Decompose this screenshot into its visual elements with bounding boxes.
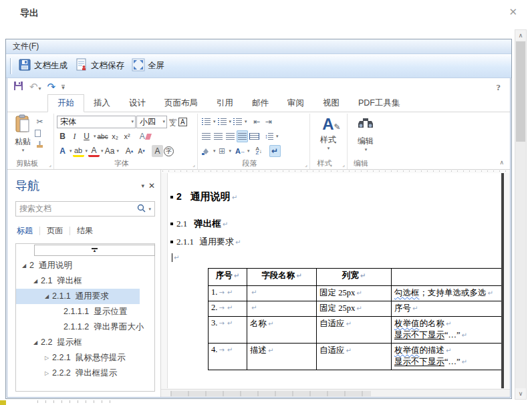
ribbon-tab-开始[interactable]: 开始: [47, 94, 84, 112]
expanded-arrow-icon[interactable]: ◢: [30, 278, 41, 284]
font-size-dropdown-icon[interactable]: ▾: [160, 119, 165, 124]
doc-generate-button[interactable]: 文档生成: [15, 57, 72, 75]
borders-icon[interactable]: ⊞: [217, 145, 228, 157]
ribbon-tab-邮件[interactable]: 邮件: [243, 95, 278, 112]
show-hide-marks-icon[interactable]: ↵: [269, 145, 281, 157]
increase-indent-icon[interactable]: ⇥: [263, 116, 275, 128]
cut-icon[interactable]: ✂: [34, 116, 45, 128]
shrink-font-button[interactable]: A▾: [136, 145, 147, 157]
clipboard-launcher-icon[interactable]: ⌟: [49, 162, 51, 168]
customize-qat-icon[interactable]: ▾: [61, 85, 65, 90]
align-center-icon[interactable]: [213, 130, 224, 142]
change-case-button[interactable]: Aa: [104, 145, 116, 157]
ribbon-tab-视图[interactable]: 视图: [313, 95, 349, 112]
tree-item[interactable]: 2.1.1.2 弹出界面大小: [16, 319, 140, 335]
multilevel-list-icon[interactable]: [232, 116, 243, 128]
paste-dropdown-icon[interactable]: ▾: [22, 148, 25, 153]
tree-item[interactable]: ◢2.1.1 通用要求: [16, 289, 140, 304]
ribbon-tab-插入[interactable]: 插入: [84, 95, 120, 112]
search-dropdown-icon[interactable]: ▾: [148, 207, 151, 212]
styles-button[interactable]: A ✎ 样式 ▾: [313, 114, 344, 151]
collapsed-arrow-icon[interactable]: ▷: [41, 355, 52, 361]
doc-table[interactable]: 序号↵字段名称↵列宽↵说明↵1.→↵↵固定 25px↵勾选框；支持单选或多选↵2…: [208, 268, 504, 370]
line-spacing-icon[interactable]: ↕: [263, 130, 275, 142]
ribbon-tab-页面布局[interactable]: 页面布局: [155, 95, 207, 112]
scroll-up-icon[interactable]: ∧: [515, 30, 526, 41]
strikethrough-button[interactable]: abc: [97, 130, 109, 142]
scroll-down-icon[interactable]: ∨: [515, 388, 526, 399]
collapse-ribbon-icon[interactable]: ∧: [499, 159, 504, 166]
sort-icon[interactable]: AZ ↓: [253, 145, 265, 157]
tree-item[interactable]: ▷2.2.2 弹出框提示: [16, 366, 140, 381]
font-color-button[interactable]: A: [88, 145, 100, 157]
file-menu[interactable]: 文件(F): [6, 39, 511, 54]
ribbon-tab-审阅[interactable]: 审阅: [278, 95, 313, 112]
undo-icon[interactable]: ↶▾: [29, 81, 41, 93]
underline-dropdown-icon[interactable]: ▾: [94, 134, 96, 139]
document-page[interactable]: 2通用说明↵2.1弹出框↵2.1.1通用要求↵↵序号↵字段名称↵列宽↵说明↵1.…: [167, 173, 504, 388]
asian-layout-icon[interactable]: A↔: [235, 145, 246, 157]
search-box[interactable]: 搜索文档 ▾: [15, 201, 155, 217]
editing-button[interactable]: 编辑 ▾: [350, 114, 381, 152]
styles-dropdown-icon[interactable]: ▾: [327, 146, 330, 151]
grow-font-button[interactable]: A▴: [124, 145, 135, 157]
ribbon-tab-PDF工具集[interactable]: PDF工具集: [349, 95, 410, 112]
bullet-list-icon[interactable]: [201, 116, 212, 128]
nav-tab-标题[interactable]: 标题: [15, 225, 39, 237]
styles-launcher-icon[interactable]: ⌟: [342, 162, 345, 168]
scrollbar-thumb[interactable]: [516, 41, 525, 142]
text-effects-button[interactable]: A: [57, 145, 68, 157]
align-left-icon[interactable]: [201, 130, 212, 142]
copy-icon[interactable]: [35, 130, 41, 137]
tree-item[interactable]: ◢2.1 弹出框: [16, 273, 140, 289]
outer-vertical-scrollbar[interactable]: ∧ ∨: [515, 29, 527, 400]
bold-button[interactable]: B: [57, 130, 68, 142]
editing-dropdown-icon[interactable]: ▾: [365, 147, 368, 152]
paragraph-launcher-icon[interactable]: ⌟: [305, 162, 307, 168]
italic-button[interactable]: I: [69, 130, 80, 142]
font-size-combo[interactable]: 小四 ▾: [136, 116, 167, 128]
scroll-to-top-button[interactable]: ▲: [34, 245, 155, 256]
character-border-icon[interactable]: A: [178, 118, 187, 126]
ribbon-tab-设计[interactable]: 设计: [120, 95, 155, 112]
numbered-list-icon[interactable]: [217, 116, 228, 128]
nav-tab-结果[interactable]: 结果: [70, 225, 100, 237]
underline-button[interactable]: U: [81, 130, 92, 142]
qat-save-icon[interactable]: [13, 81, 23, 94]
clear-format-icon[interactable]: A: [139, 130, 152, 142]
redo-icon[interactable]: ↷: [47, 81, 56, 93]
tree-item[interactable]: ◢2 通用说明: [16, 258, 140, 273]
font-name-dropdown-icon[interactable]: ▾: [128, 119, 134, 124]
tree-item[interactable]: ▷2.2.1 鼠标悬停提示: [16, 350, 140, 366]
character-shading-button[interactable]: A: [152, 145, 163, 157]
shading-bucket-icon[interactable]: [201, 145, 212, 157]
distribute-icon[interactable]: [249, 130, 260, 142]
expanded-arrow-icon[interactable]: ◢: [19, 263, 29, 269]
superscript-button[interactable]: x²: [122, 130, 133, 142]
tree-item[interactable]: ◢2.2 提示框: [16, 335, 140, 350]
hscroll-thumb[interactable]: [170, 391, 371, 396]
format-painter-icon[interactable]: [34, 138, 45, 150]
tree-item[interactable]: 2.1.1.1 显示位置: [16, 304, 140, 319]
nav-tab-页面[interactable]: 页面: [40, 225, 70, 237]
expanded-arrow-icon[interactable]: ◢: [41, 293, 52, 299]
highlight-color-button[interactable]: ab: [73, 145, 84, 157]
paste-button[interactable]: 粘贴 ▾: [11, 114, 34, 153]
doc-save-button[interactable]: 文档保存: [72, 57, 129, 75]
help-icon[interactable]: ?: [497, 82, 501, 93]
nav-close-icon[interactable]: ✕: [148, 181, 155, 190]
decrease-indent-icon[interactable]: ⇤: [251, 116, 263, 128]
subscript-button[interactable]: x₂: [110, 130, 121, 142]
document-hscrollbar[interactable]: [161, 389, 510, 397]
collapsed-arrow-icon[interactable]: ▷: [41, 370, 52, 376]
ribbon-tab-引用[interactable]: 引用: [207, 95, 243, 112]
font-name-combo[interactable]: 宋体 ▾: [57, 116, 136, 128]
enclose-characters-button[interactable]: 字: [164, 146, 174, 156]
justify-icon[interactable]: [237, 130, 248, 142]
dialog-close-icon[interactable]: ✕: [509, 6, 517, 18]
phonetic-guide-icon[interactable]: wén 文: [168, 118, 178, 126]
expanded-arrow-icon[interactable]: ◢: [30, 340, 41, 346]
font-launcher-icon[interactable]: ⌟: [192, 162, 195, 168]
align-right-icon[interactable]: [225, 130, 236, 142]
fullscreen-button[interactable]: 全屏: [129, 57, 169, 75]
